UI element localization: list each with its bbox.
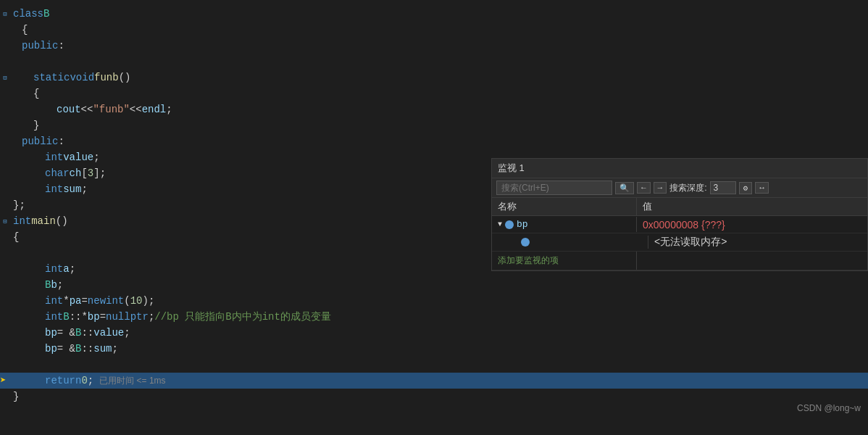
watch-icon-bp bbox=[505, 220, 514, 229]
watch-name-bp: bp bbox=[517, 219, 528, 230]
forward-icon: → bbox=[658, 183, 663, 192]
code-line-23: ⊟ bbox=[0, 357, 868, 373]
code-line-25: ⊟ } bbox=[0, 389, 868, 405]
col-name-header: 名称 bbox=[492, 198, 637, 215]
code-line-20: ⊟ int B::* bp = nullptr;//bp 只能指向B内中为int… bbox=[0, 309, 868, 325]
code-line-21: ⊟ bp = &B::value; bbox=[0, 325, 868, 341]
code-line-6: ⊟ { bbox=[0, 86, 868, 102]
filter-icon: ⚙ bbox=[743, 183, 748, 193]
expand-icon: ↔ bbox=[759, 183, 764, 192]
code-line-22: ⊟ bp = &B::sum; bbox=[0, 341, 868, 357]
search-icon-btn[interactable]: 🔍 bbox=[615, 182, 634, 194]
code-line-5: ⊟ static void funb() bbox=[0, 70, 868, 86]
fold-btn-1[interactable]: ⊟ bbox=[0, 10, 10, 18]
debug-arrow: ➤ bbox=[0, 374, 6, 386]
watch-add-row[interactable]: 添加要监视的项 bbox=[492, 252, 867, 270]
watch-row-child[interactable]: <无法读取内存> bbox=[492, 233, 867, 252]
depth-label: 搜索深度: bbox=[669, 182, 706, 194]
watch-row-bp-name: ▼ bp bbox=[492, 217, 637, 232]
watch-body: ▼ bp 0x00000008 {???} <无法读取内存> 添加要监视的项 bbox=[492, 216, 867, 270]
watch-row-bp[interactable]: ▼ bp 0x00000008 {???} bbox=[492, 216, 867, 233]
watch-toolbar: 🔍 ← → 搜索深度: ⚙ ↔ bbox=[492, 178, 867, 198]
expand-arrow-bp[interactable]: ▼ bbox=[498, 220, 502, 228]
filter-btn[interactable]: ⚙ bbox=[739, 182, 753, 194]
watch-column-header: 名称 值 bbox=[492, 198, 867, 216]
elapsed-time: 已用时间 <= 1ms bbox=[99, 373, 165, 389]
code-line-24: ⊟ ➤ return 0; 已用时间 <= 1ms bbox=[0, 373, 868, 389]
code-line-7: ⊟ cout << "funb" << endl; bbox=[0, 102, 868, 117]
code-line-2: ⊟ { bbox=[0, 22, 868, 38]
code-line-3: ⊟ public: bbox=[0, 38, 868, 54]
watch-search-input[interactable] bbox=[496, 181, 612, 195]
watch-window: 监视 1 🔍 ← → 搜索深度: ⚙ ↔ 名称 值 ▼ bp bbox=[491, 158, 868, 271]
expand-btn[interactable]: ↔ bbox=[755, 182, 769, 194]
fold-btn-5[interactable]: ⊟ bbox=[0, 74, 10, 82]
magnifier-icon: 🔍 bbox=[619, 183, 630, 193]
code-line-1: ⊟ class B bbox=[0, 6, 868, 22]
watch-value-child: <无法读取内存> bbox=[648, 233, 867, 251]
watch-value-bp: 0x00000008 {???} bbox=[637, 217, 867, 233]
fold-btn-14[interactable]: ⊟ bbox=[0, 218, 10, 225]
forward-btn[interactable]: → bbox=[654, 182, 667, 194]
csdn-watermark: CSDN @long~w bbox=[797, 403, 861, 413]
watch-title-bar: 监视 1 bbox=[492, 159, 867, 178]
code-line-4: ⊟ bbox=[0, 54, 868, 70]
code-line-19: ⊟ int* pa = new int(10); bbox=[0, 293, 868, 309]
code-line-18: ⊟ B b; bbox=[0, 277, 868, 293]
watch-icon-child bbox=[521, 238, 530, 246]
col-value-header: 值 bbox=[637, 198, 867, 215]
back-icon: ← bbox=[641, 183, 646, 192]
code-line-8: ⊟ } bbox=[0, 117, 868, 133]
watch-add-name: 添加要监视的项 bbox=[492, 252, 637, 270]
watch-title: 监视 1 bbox=[498, 162, 525, 175]
code-line-9: ⊟ public: bbox=[0, 133, 868, 149]
back-btn[interactable]: ← bbox=[637, 182, 651, 194]
depth-input[interactable] bbox=[710, 181, 736, 194]
watch-row-child-name bbox=[504, 236, 648, 249]
